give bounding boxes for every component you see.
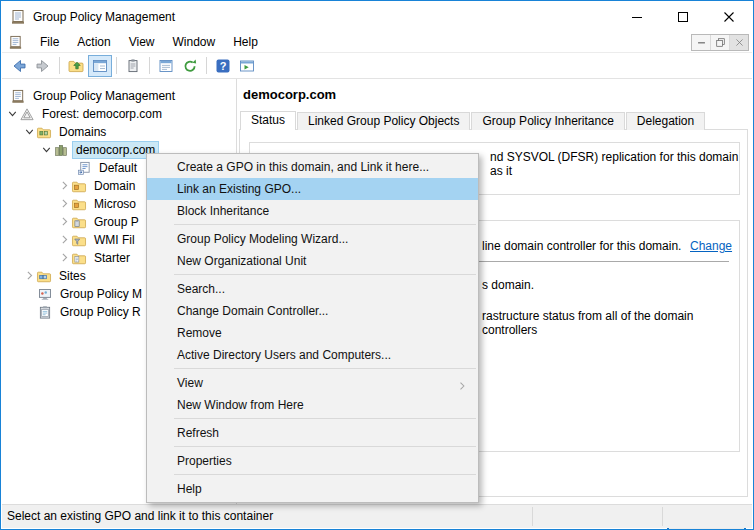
tree-item-forest[interactable]: Forest: democorp.com [6,105,165,123]
tree-item-domain-controllers[interactable]: Domain [58,177,138,195]
up-one-level-button[interactable] [64,55,88,77]
menu-item-change-domain-controller[interactable]: Change Domain Controller... [147,300,478,322]
chevron-right-icon[interactable] [58,251,71,265]
chevron-right-icon[interactable] [58,215,71,229]
mdi-close-button[interactable] [729,35,748,50]
context-menu: Create a GPO in this domain, and Link it… [146,153,479,503]
page-title: democorp.com [243,87,336,102]
close-button[interactable] [706,2,752,32]
tree-item-microsoft-ou[interactable]: Microso [58,195,139,213]
properties-button[interactable] [121,55,145,77]
menu-separator [174,418,476,419]
refresh-button[interactable] [178,55,202,77]
gpo-link-icon [76,161,92,176]
gpmc-window: Group Policy Management File Action View… [0,0,754,530]
chevron-right-icon[interactable] [58,197,71,211]
tree-item-gpm-root[interactable]: Group Policy Management [10,87,178,105]
menu-item-ad-users-and-computers[interactable]: Active Directory Users and Computers... [147,344,478,366]
chevron-right-icon[interactable] [58,179,71,193]
baseline-dc-text: line domain controller for this domain. [482,239,681,253]
chevron-down-icon[interactable] [40,143,53,157]
help-button[interactable] [211,55,235,77]
tab-delegation[interactable]: Delegation [626,112,705,130]
starter-gpo-folder-icon [71,251,87,266]
chevron-down-icon[interactable] [6,107,19,121]
gpmc-app-icon [10,9,26,25]
menu-item-refresh[interactable]: Refresh [147,422,478,444]
domains-folder-icon [36,125,52,140]
forest-icon [19,107,35,122]
menu-separator [174,368,476,369]
toolbar-separator [206,57,207,74]
infrastructure-status-text: s domain. [482,278,534,292]
menu-item-search[interactable]: Search... [147,278,478,300]
tab-gp-inheritance[interactable]: Group Policy Inheritance [471,112,624,130]
tree-item-gp-modeling[interactable]: Group Policy M [37,285,145,303]
tree-item-sites[interactable]: Sites [23,267,89,285]
new-window-button[interactable] [235,55,259,77]
toolbar-separator [116,57,117,74]
chevron-right-icon[interactable] [58,233,71,247]
tree-item-domains[interactable]: Domains [23,123,109,141]
menu-window[interactable]: Window [164,32,225,52]
mdi-minimize-button[interactable] [692,35,710,50]
mdi-window-controls [691,34,749,51]
maximize-button[interactable] [660,2,706,32]
tab-strip: Status Linked Group Policy Objects Group… [240,111,706,130]
menu-separator [174,224,476,225]
modeling-icon [37,287,53,302]
status-bar-text: Select an existing GPO and link it to th… [7,505,273,528]
tree-item-democorp-domain[interactable]: democorp.com [40,141,158,159]
forward-button[interactable] [31,55,55,77]
ou-folder-icon [71,179,87,194]
toolbar [2,53,752,79]
menu-item-gp-modeling-wizard[interactable]: Group Policy Modeling Wizard... [147,228,478,250]
change-link[interactable]: Change [690,239,732,253]
menu-item-new-window-from-here[interactable]: New Window from Here [147,394,478,416]
back-button[interactable] [7,55,31,77]
minimize-button[interactable] [614,2,660,32]
ou-folder-icon [71,197,87,212]
menu-item-remove[interactable]: Remove [147,322,478,344]
menu-item-help[interactable]: Help [147,478,478,500]
tree-item-default-policy[interactable]: Default [76,159,140,177]
menu-view[interactable]: View [120,32,164,52]
tab-linked-gpos[interactable]: Linked Group Policy Objects [297,112,470,130]
toolbar-separator [149,57,150,74]
menu-item-block-inheritance[interactable]: Block Inheritance [147,200,478,222]
menu-item-link-existing-gpo[interactable]: Link an Existing GPO... [147,178,478,200]
gather-status-text: rastructure status from all of the domai… [482,309,739,337]
gpo-folder-icon [71,215,87,230]
tree-item-gp-results[interactable]: Group Policy R [37,303,144,321]
mdi-restore-button[interactable] [710,35,729,50]
chevron-right-icon[interactable] [23,269,36,283]
replication-intro-text: nd SYSVOL (DFSR) replication for this do… [490,150,739,178]
status-bar-divider [662,507,663,526]
submenu-arrow-icon [456,377,468,389]
show-console-tree-button[interactable] [88,55,112,77]
menu-file[interactable]: File [31,32,68,52]
menu-separator [174,274,476,275]
menu-item-create-gpo[interactable]: Create a GPO in this domain, and Link it… [147,156,478,178]
tree-item-wmi-filters[interactable]: WMI Fil [58,231,138,249]
status-bar: Select an existing GPO and link it to th… [2,504,752,528]
toolbar-separator [59,57,60,74]
window-title: Group Policy Management [33,2,175,32]
gpmc-icon [10,89,26,104]
menu-item-new-organizational-unit[interactable]: New Organizational Unit [147,250,478,272]
sites-folder-icon [36,269,52,284]
menu-help[interactable]: Help [224,32,267,52]
domain-icon [53,143,69,158]
export-list-button[interactable] [154,55,178,77]
menu-separator [174,446,476,447]
menu-item-properties[interactable]: Properties [147,450,478,472]
tab-status[interactable]: Status [240,111,296,130]
results-icon [37,305,53,320]
gpmc-small-icon [8,35,23,50]
menu-action[interactable]: Action [68,32,119,52]
menu-item-view[interactable]: View [147,372,478,394]
tree-item-group-policy-objects[interactable]: Group P [58,213,142,231]
tree-item-starter-gpos[interactable]: Starter [58,249,133,267]
title-bar: Group Policy Management [2,2,752,32]
chevron-down-icon[interactable] [23,125,36,139]
